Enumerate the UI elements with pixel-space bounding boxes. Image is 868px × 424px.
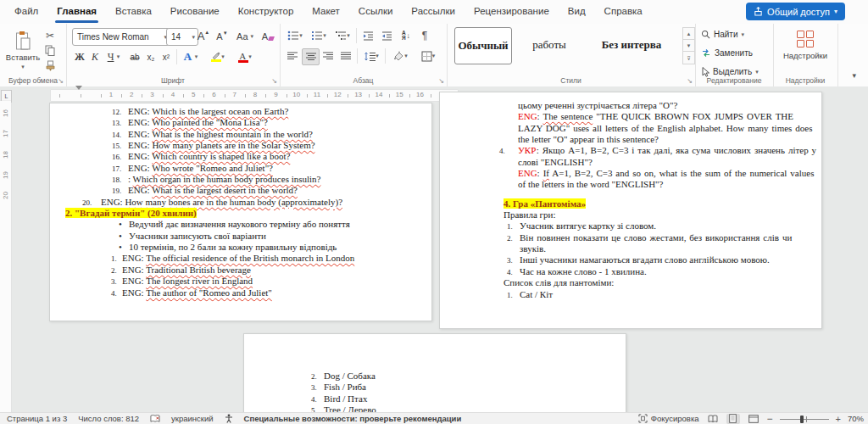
styles-group: ОбычныйработыБез интерва ▲ ▼ ⊽ Стили ↘ bbox=[447, 24, 696, 86]
chevron-down-icon: ▾ bbox=[755, 69, 759, 75]
accessibility-status[interactable]: Специальные возможности: проверьте реком… bbox=[244, 414, 462, 423]
align-left-button[interactable] bbox=[284, 48, 300, 64]
style-card-2[interactable]: Без интерва bbox=[587, 27, 676, 63]
bullet-list-icon bbox=[287, 31, 299, 41]
increase-indent-button[interactable] bbox=[378, 28, 395, 43]
zoom-slider-handle[interactable] bbox=[800, 416, 804, 423]
font-name-combo[interactable]: Times New Roman ▾ bbox=[72, 28, 170, 46]
strikethrough-button[interactable]: ab bbox=[127, 49, 142, 64]
styles-group-label: Стили bbox=[447, 76, 695, 85]
ribbon-tab-3[interactable]: Рисование bbox=[161, 0, 229, 24]
ribbon-tab-5[interactable]: Макет bbox=[303, 0, 349, 24]
language-status[interactable]: украинский bbox=[171, 414, 214, 423]
cut-button[interactable]: ✂ bbox=[42, 28, 58, 42]
copy-button[interactable] bbox=[42, 43, 58, 58]
page-3[interactable]: 2.Dog / Собака3.Fish / Риба4.Bird / Птах… bbox=[243, 333, 626, 414]
change-case-button[interactable]: Аа ▾ bbox=[234, 28, 256, 44]
bold-button[interactable]: Ж bbox=[73, 49, 86, 64]
read-mode-button[interactable] bbox=[706, 414, 720, 424]
ribbon-tab-7[interactable]: Рассылки bbox=[402, 0, 465, 24]
doc-line bbox=[440, 191, 821, 198]
paste-button[interactable]: Вставить ▾ bbox=[5, 27, 41, 73]
borders-button[interactable]: ▾ bbox=[415, 48, 441, 64]
clipboard-group: Вставить ▾ ✂ Буфер обмена ↘ bbox=[0, 24, 67, 86]
cursor-icon bbox=[701, 67, 709, 77]
text-effects-button[interactable]: А ▾ bbox=[180, 49, 202, 64]
italic-button[interactable]: К bbox=[88, 49, 102, 64]
proofing-icon[interactable] bbox=[150, 414, 160, 423]
replace-button[interactable]: Заменить bbox=[701, 47, 753, 59]
style-card-0[interactable]: Обычный bbox=[454, 27, 512, 64]
page-2[interactable]: цьому реченні зустрічається літера "O"?E… bbox=[439, 92, 822, 329]
format-painter-button[interactable] bbox=[42, 59, 58, 73]
addins-group-label: Надстройки bbox=[773, 76, 837, 85]
ribbon-tab-2[interactable]: Вставка bbox=[106, 0, 161, 24]
ribbon-tab-6[interactable]: Ссылки bbox=[349, 0, 403, 24]
editing-group-label: Редактирование bbox=[695, 76, 773, 85]
clipboard-icon bbox=[14, 31, 31, 51]
ribbon-tab-4[interactable]: Конструктор bbox=[229, 0, 303, 24]
ribbon-tab-0[interactable]: Файл bbox=[5, 0, 47, 24]
ribbon-tab-10[interactable]: Справка bbox=[595, 0, 652, 24]
clear-formatting-button[interactable]: А bbox=[259, 28, 276, 44]
numbering-button[interactable]: ▾ bbox=[308, 28, 330, 43]
shrink-font-button[interactable]: А▼ bbox=[214, 28, 231, 44]
justify-button[interactable] bbox=[337, 48, 353, 64]
highlight-button[interactable]: ▾ bbox=[205, 49, 229, 64]
page-number-status[interactable]: Страница 1 из 3 bbox=[7, 414, 67, 423]
superscript-button[interactable]: x² bbox=[159, 49, 173, 64]
horizontal-ruler[interactable]: 12345678910111213141516 bbox=[51, 90, 458, 101]
paragraph-group: ▾ ▾ ▾ bbox=[280, 24, 448, 86]
ribbon-tab-9[interactable]: Вид bbox=[559, 0, 595, 24]
chevron-down-icon: ▾ bbox=[347, 32, 350, 39]
addins-button[interactable]: Надстройки bbox=[780, 27, 831, 63]
subscript-button[interactable]: x₂ bbox=[144, 49, 158, 64]
dialog-launcher-clipboard[interactable]: ↘ bbox=[58, 78, 64, 85]
font-size-combo[interactable]: 14 ▾ bbox=[166, 28, 198, 46]
ribbon-collapse-chevron[interactable]: ▾ bbox=[852, 71, 856, 80]
zoom-slider[interactable] bbox=[780, 414, 829, 424]
align-right-button[interactable] bbox=[320, 48, 336, 64]
styles-more-button[interactable]: ⊽ bbox=[682, 51, 695, 64]
doc-line: of the letters in the word "ENGLISH"? bbox=[440, 179, 821, 190]
zoom-out-button[interactable]: − bbox=[767, 413, 773, 424]
style-card-1[interactable]: работы bbox=[518, 27, 581, 63]
line-spacing-button[interactable]: ▾ bbox=[360, 48, 382, 64]
find-button[interactable]: Найти ▾ bbox=[701, 28, 744, 41]
clipboard-group-label: Буфер обмена bbox=[0, 76, 66, 85]
zoom-in-button[interactable]: + bbox=[836, 414, 841, 424]
grow-font-button[interactable]: А▲ bbox=[195, 28, 212, 44]
dialog-launcher-font[interactable]: ↘ bbox=[271, 78, 277, 85]
doc-line: 4.Час на кожне слово - 1 хвилина. bbox=[440, 266, 821, 277]
chevron-down-icon: ▾ bbox=[251, 33, 254, 40]
multilevel-list-icon bbox=[335, 31, 347, 41]
align-center-button[interactable] bbox=[302, 48, 320, 65]
underline-button[interactable]: Ч ▾ bbox=[103, 49, 124, 64]
chevron-down-icon: ▾ bbox=[404, 53, 408, 59]
web-layout-button[interactable] bbox=[747, 414, 760, 424]
dialog-launcher-styles[interactable]: ↘ bbox=[687, 78, 693, 85]
book-icon bbox=[708, 415, 718, 423]
zoom-level[interactable]: 70% bbox=[848, 414, 864, 423]
decrease-indent-icon bbox=[363, 31, 374, 41]
share-button[interactable]: Общий доступ ▾ bbox=[746, 3, 845, 20]
font-color-button[interactable]: А ▾ bbox=[232, 49, 256, 64]
focus-button[interactable]: Фокусировка bbox=[638, 414, 699, 423]
vertical-ruler[interactable]: 1617181920 bbox=[0, 101, 11, 412]
decrease-indent-button[interactable] bbox=[359, 28, 376, 43]
print-layout-button[interactable] bbox=[726, 414, 740, 424]
share-icon bbox=[754, 7, 763, 16]
word-count-status[interactable]: Число слов: 812 bbox=[78, 414, 139, 423]
shading-button[interactable]: ▾ bbox=[388, 48, 412, 64]
sort-button[interactable]: АЯ ↓ bbox=[397, 28, 415, 43]
doc-line: 16.ENG: Which country is shaped like a b… bbox=[50, 151, 431, 162]
font-group-label: Шрифт bbox=[66, 76, 280, 85]
dialog-launcher-paragraph[interactable]: ↘ bbox=[438, 78, 444, 85]
document-canvas: L 12345678910111213141516 1617181920 12.… bbox=[0, 86, 868, 412]
page-1[interactable]: 12.ENG: Which is the largest ocean on Ea… bbox=[49, 103, 432, 321]
multilevel-list-button[interactable]: ▾ bbox=[331, 28, 353, 43]
pilcrow-button[interactable]: ¶ bbox=[417, 28, 432, 43]
ribbon-tab-8[interactable]: Рецензирование bbox=[465, 0, 559, 24]
ribbon-tab-1[interactable]: Главная bbox=[47, 0, 106, 24]
bullets-button[interactable]: ▾ bbox=[284, 28, 306, 43]
